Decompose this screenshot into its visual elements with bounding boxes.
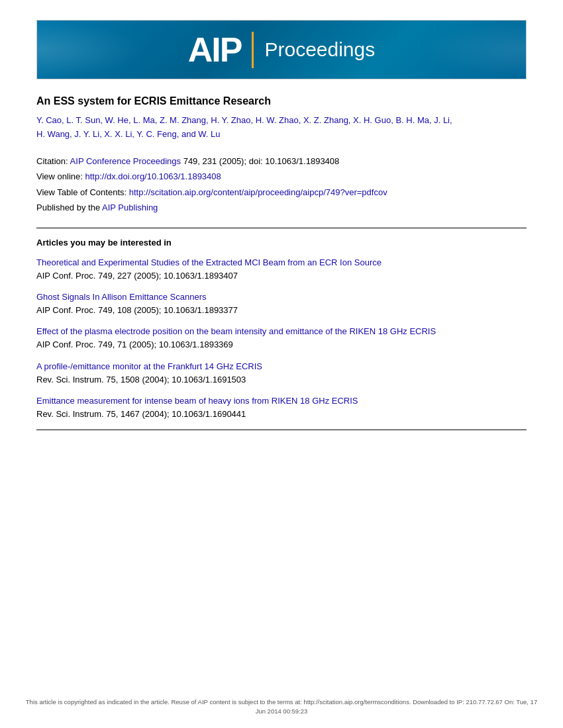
publisher-name: AIP Publishing xyxy=(102,203,158,212)
citation-block: Citation: AIP Conference Proceedings 749… xyxy=(36,154,527,216)
aip-text: AIP xyxy=(188,30,242,69)
citation-journal-link[interactable]: AIP Conference Proceedings xyxy=(70,156,181,166)
published-label: Published by the xyxy=(36,203,100,212)
related-item: A profile-/emittance monitor at the Fran… xyxy=(36,361,527,386)
related-item-title-4[interactable]: A profile-/emittance monitor at the Fran… xyxy=(36,361,527,373)
header-banner: AIP Proceedings xyxy=(36,20,527,79)
related-item: Emittance measurement for intense beam o… xyxy=(36,395,527,420)
related-item-title-5[interactable]: Emittance measurement for intense beam o… xyxy=(36,395,527,407)
section-divider-bottom xyxy=(36,430,527,430)
citation-line: Citation: AIP Conference Proceedings 749… xyxy=(36,154,527,169)
related-item-meta-3: AIP Conf. Proc. 749, 71 (2005); 10.1063/… xyxy=(36,339,527,351)
view-toc-label: View Table of Contents: xyxy=(36,187,127,197)
related-heading: Articles you may be interested in xyxy=(36,238,527,248)
citation-details-text: 749, 231 (2005); doi: 10.1063/1.1893408 xyxy=(183,156,340,166)
logo-divider xyxy=(252,32,254,68)
published-line: Published by the AIP Publishing xyxy=(36,200,527,215)
related-item-meta-2: AIP Conf. Proc. 749, 108 (2005); 10.1063… xyxy=(36,304,527,316)
view-online-link[interactable]: http://dx.doi.org/10.1063/1.1893408 xyxy=(85,171,221,181)
related-item: Effect of the plasma electrode position … xyxy=(36,326,527,351)
publisher-link[interactable]: AIP Publishing xyxy=(102,203,158,212)
footer: This article is copyrighted as indicated… xyxy=(0,698,563,717)
citation-label: Citation: xyxy=(36,156,68,166)
view-toc-line: View Table of Contents: http://scitation… xyxy=(36,185,527,200)
related-item: Ghost Signals In Allison Emittance Scann… xyxy=(36,291,527,316)
related-item-meta-1: AIP Conf. Proc. 749, 227 (2005); 10.1063… xyxy=(36,270,527,282)
related-item-meta-5: Rev. Sci. Instrum. 75, 1467 (2004); 10.1… xyxy=(36,408,527,420)
article-title: An ESS system for ECRIS Emittance Resear… xyxy=(36,94,527,109)
authors-line1: Y. Cao, L. T. Sun, W. He, L. Ma, Z. M. Z… xyxy=(36,115,452,125)
authors-line2: H. Wang, J. Y. Li, X. X. Li, Y. C. Feng,… xyxy=(36,129,220,139)
section-divider-top xyxy=(36,228,527,228)
proceedings-text: Proceedings xyxy=(264,38,375,61)
authors-block: Y. Cao, L. T. Sun, W. He, L. Ma, Z. M. Z… xyxy=(36,114,527,142)
view-online-label: View online: xyxy=(36,171,83,181)
related-item-meta-4: Rev. Sci. Instrum. 75, 1508 (2004); 10.1… xyxy=(36,374,527,386)
wave-decoration-right xyxy=(420,21,526,79)
related-item-title-2[interactable]: Ghost Signals In Allison Emittance Scann… xyxy=(36,291,527,303)
aip-logo: AIP Proceedings xyxy=(188,30,375,69)
wave-decoration-left xyxy=(37,21,143,79)
footer-text: This article is copyrighted as indicated… xyxy=(26,698,537,715)
related-item-title-1[interactable]: Theoretical and Experimental Studies of … xyxy=(36,257,527,269)
related-item: Theoretical and Experimental Studies of … xyxy=(36,257,527,282)
view-online-line: View online: http://dx.doi.org/10.1063/1… xyxy=(36,169,527,184)
related-item-title-3[interactable]: Effect of the plasma electrode position … xyxy=(36,326,527,338)
view-toc-link[interactable]: http://scitation.aip.org/content/aip/pro… xyxy=(129,187,387,197)
